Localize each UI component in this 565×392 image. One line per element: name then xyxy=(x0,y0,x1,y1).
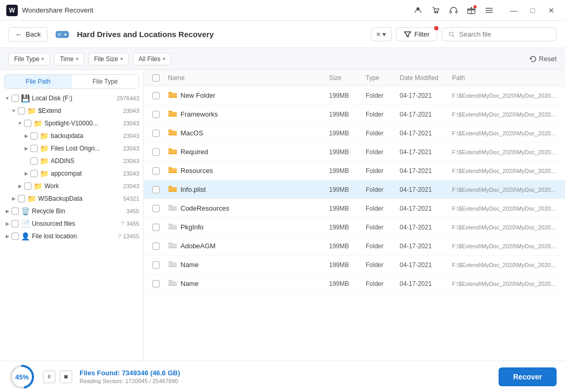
tree-label: File lost location xyxy=(32,233,117,240)
row-checkbox[interactable] xyxy=(152,280,160,287)
progress-ring: 45% xyxy=(8,363,36,390)
help-icon[interactable]: ? xyxy=(118,233,121,239)
row-checkbox[interactable] xyxy=(152,92,160,99)
row-checkbox[interactable] xyxy=(152,148,160,156)
row-checkbox[interactable] xyxy=(152,243,160,250)
file-path-tab[interactable]: File Path xyxy=(5,75,72,88)
gift-icon[interactable] xyxy=(467,6,476,15)
row-checkbox[interactable] xyxy=(152,186,160,193)
tree-item[interactable]: ▼📁Spotlight-V10000...23043 xyxy=(0,117,143,130)
table-row[interactable]: Name199MBFolder04-17-2021F:\$Extend\MyDo… xyxy=(144,256,565,274)
tree-count: 54321 xyxy=(123,195,139,202)
all-files-chip[interactable]: All Files ▾ xyxy=(133,53,171,65)
stop-button[interactable]: ⏹ xyxy=(60,371,72,383)
tree-item[interactable]: ▶📁backupdata23043 xyxy=(0,130,143,142)
file-type-chip[interactable]: File Type ▾ xyxy=(8,53,50,65)
tree-checkbox[interactable] xyxy=(18,107,25,114)
table-row[interactable]: AdobeAGM199MBFolder04-17-2021F:\$Extend\… xyxy=(144,237,565,256)
window-controls: — □ ✕ xyxy=(506,3,559,18)
playback-controls: ⏸ ⏹ xyxy=(43,371,72,383)
tree-item[interactable]: ▶📄Unsourced files?3455 xyxy=(0,217,143,230)
tree-checkbox[interactable] xyxy=(12,220,19,227)
row-checkbox[interactable] xyxy=(152,261,160,269)
tree-folder-icon: 📁 xyxy=(27,194,36,203)
reset-button[interactable]: Reset xyxy=(529,55,557,63)
person-icon[interactable] xyxy=(413,6,423,15)
table-row[interactable]: New Folder199MBFolder04-17-2021F:\$Exten… xyxy=(144,86,565,105)
file-table-area: Name Size Type Date Modified Path New Fo… xyxy=(144,70,565,361)
tree-item[interactable]: 📁ADDINS23043 xyxy=(0,155,143,167)
filter-button[interactable]: Filter xyxy=(396,27,437,41)
row-path: F:\$Extend\MyDoc_2020\MyDoc_2020\M... xyxy=(452,93,557,99)
headset-icon[interactable] xyxy=(449,6,458,15)
row-checkbox[interactable] xyxy=(152,224,160,231)
row-checkbox[interactable] xyxy=(152,130,160,137)
help-icon[interactable]: ? xyxy=(121,221,124,227)
row-size: 199MB xyxy=(329,167,366,175)
tree-checkbox[interactable] xyxy=(24,120,31,127)
tree-checkbox[interactable] xyxy=(18,195,25,202)
view-menu-button[interactable]: ≡ ▾ xyxy=(371,27,392,41)
tree-folder-icon: 📁 xyxy=(40,132,49,140)
reset-icon xyxy=(529,55,537,63)
file-type-tab[interactable]: File Type xyxy=(72,75,139,88)
table-row[interactable]: Resources199MBFolder04-17-2021F:\$Extend… xyxy=(144,162,565,180)
tree-checkbox[interactable] xyxy=(12,207,19,215)
table-row[interactable]: Info.plist199MBFolder04-17-2021F:\$Exten… xyxy=(144,180,565,199)
file-size-chip[interactable]: File Size ▾ xyxy=(88,53,129,65)
search-box[interactable] xyxy=(442,27,557,41)
file-folder-icon xyxy=(168,260,177,270)
table-row[interactable]: PkgInfo199MBFolder04-17-2021F:\$Extend\M… xyxy=(144,218,565,237)
close-button[interactable]: ✕ xyxy=(544,3,559,18)
row-size: 199MB xyxy=(329,280,366,287)
col-header-path: Path xyxy=(452,74,557,82)
search-icon xyxy=(448,31,455,38)
files-found-label: Files Found: xyxy=(80,369,122,377)
tree-checkbox[interactable] xyxy=(12,233,19,240)
tree-item[interactable]: ▶📁Files Lost Origri...23043 xyxy=(0,142,143,155)
row-checkbox[interactable] xyxy=(152,205,160,212)
tree-checkbox[interactable] xyxy=(30,157,38,165)
table-row[interactable]: CodeResources199MBFolder04-17-2021F:\$Ex… xyxy=(144,199,565,218)
tree-checkbox[interactable] xyxy=(24,182,31,190)
maximize-button[interactable]: □ xyxy=(525,3,540,18)
tree-checkbox[interactable] xyxy=(30,170,38,177)
tree-arrow-icon: ▶ xyxy=(10,195,17,202)
pause-button[interactable]: ⏸ xyxy=(43,371,55,383)
row-name-cell: Name xyxy=(168,260,329,270)
tree-item[interactable]: ▶📁Work23043 xyxy=(0,180,143,192)
tree-item[interactable]: ▼💾Local Disk (F:)2976443 xyxy=(0,92,143,105)
search-input[interactable] xyxy=(459,30,550,38)
select-all-checkbox[interactable] xyxy=(152,74,160,82)
row-type: Folder xyxy=(366,280,400,287)
tree-item[interactable]: ▶📁WSBackupData54321 xyxy=(0,192,143,205)
row-checkbox[interactable] xyxy=(152,111,160,118)
file-folder-icon xyxy=(168,90,177,100)
menu-icon[interactable] xyxy=(484,6,494,15)
table-row[interactable]: Name199MBFolder04-17-2021F:\$Extend\MyDo… xyxy=(144,274,565,293)
cart-icon[interactable] xyxy=(431,6,440,15)
row-date: 04-17-2021 xyxy=(400,205,452,212)
table-row[interactable]: Required199MBFolder04-17-2021F:\$Extend\… xyxy=(144,143,565,162)
row-checkbox-cell xyxy=(152,186,168,193)
row-checkbox-cell xyxy=(152,167,168,175)
recover-button[interactable]: Recover xyxy=(499,367,557,386)
files-found-count: 7349346 xyxy=(122,369,149,377)
back-button[interactable]: ← Back xyxy=(8,27,48,42)
tree-checkbox[interactable] xyxy=(12,95,19,102)
minimize-button[interactable]: — xyxy=(506,3,521,18)
row-name-text: Required xyxy=(180,148,208,156)
tree-checkbox[interactable] xyxy=(30,132,38,140)
table-row[interactable]: MacOS199MBFolder04-17-2021F:\$Extend\MyD… xyxy=(144,124,565,143)
tree-item[interactable]: ▼📁$Extend23043 xyxy=(0,105,143,117)
svg-point-2 xyxy=(437,12,438,13)
tree-item[interactable]: ▶👤File lost location?13455 xyxy=(0,230,143,243)
tree-item[interactable]: ▶🗑️Recycle Bin3455 xyxy=(0,205,143,217)
time-chip[interactable]: Time ▾ xyxy=(54,53,84,65)
row-checkbox[interactable] xyxy=(152,167,160,175)
tree-item[interactable]: ▶📁appcompat23043 xyxy=(0,167,143,180)
tree-checkbox[interactable] xyxy=(30,145,38,152)
chip-arrow-2: ▾ xyxy=(120,56,123,62)
table-row[interactable]: Frameworks199MBFolder04-17-2021F:\$Exten… xyxy=(144,105,565,124)
file-folder-icon xyxy=(168,203,177,213)
